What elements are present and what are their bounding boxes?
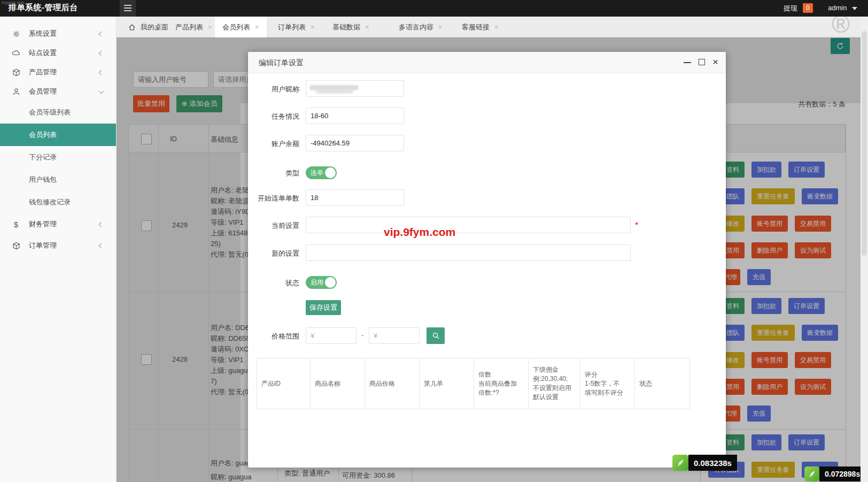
top-header-bar: mypxn.top 排单系统-管理后台 提现 0 admin	[0, 0, 868, 17]
corner-watermark: mypxn.top	[2, 0, 24, 5]
field-label: 账户余额	[248, 139, 299, 149]
chevron-left-icon	[99, 221, 104, 227]
tab-bar: 我的桌面 产品列表× 会员列表× 订单列表× 基础数据× 多语言内容× 客服链接…	[117, 17, 868, 37]
status-toggle[interactable]: 启用	[306, 276, 337, 289]
close-icon[interactable]: ×	[311, 23, 315, 31]
sidebar-item-member-management[interactable]: 会员管理	[0, 82, 116, 101]
close-icon[interactable]: ×	[438, 23, 443, 31]
sidebar-item-member-level-list[interactable]: 会员等级列表	[0, 101, 116, 124]
task-status-field[interactable]	[306, 108, 404, 124]
new-setting-field[interactable]	[306, 244, 631, 261]
sidebar-item-finance-management[interactable]: $ 财务管理	[0, 213, 116, 235]
toggle-knob	[325, 167, 336, 178]
column-header: 产品ID	[257, 358, 311, 409]
cloud-icon	[12, 49, 20, 57]
close-icon[interactable]: ×	[208, 23, 212, 31]
chevron-left-icon	[99, 70, 104, 75]
modal-header: 编辑订单设置 ×	[248, 52, 726, 73]
column-header: 商品价格	[365, 358, 420, 409]
gear-icon	[12, 29, 20, 38]
sidebar-item-system-settings[interactable]: 系统设置	[0, 24, 116, 43]
price-range-separator: -	[361, 331, 363, 339]
column-header: 状态	[635, 358, 689, 409]
close-icon[interactable]: ×	[255, 23, 259, 31]
close-icon[interactable]: ×	[365, 23, 369, 31]
sidebar-item-member-list[interactable]: 会员列表	[0, 124, 116, 146]
field-label: 状态	[248, 278, 299, 288]
sidebar-item-downscore-records[interactable]: 下分记录	[0, 146, 116, 169]
sidebar-item-label: 钱包修改记录	[29, 197, 71, 207]
sidebar-item-label: 站点设置	[29, 48, 57, 58]
close-icon[interactable]: ×	[712, 56, 718, 68]
field-label: 任务情况	[248, 112, 299, 121]
field-label: 用户昵称	[248, 85, 299, 94]
scrollbar-thumb[interactable]	[862, 31, 867, 256]
sidebar-item-label: 下分记录	[29, 152, 57, 162]
withdraw-count-badge: 0	[803, 3, 813, 13]
admin-user-menu[interactable]: admin	[828, 4, 847, 12]
sidebar-item-product-management[interactable]: 产品管理	[0, 63, 116, 82]
tab-label: 多语言内容	[399, 22, 433, 32]
tab-label: 会员列表	[222, 22, 250, 32]
minimize-icon[interactable]	[684, 62, 691, 63]
sidebar-item-label: 产品管理	[29, 67, 57, 77]
start-chain-count-field[interactable]	[306, 189, 404, 206]
field-label: 新的设置	[248, 249, 299, 258]
app-root: mypxn.top 排单系统-管理后台 提现 0 admin 我的桌面 产品列表…	[0, 0, 868, 482]
withdraw-link[interactable]: 提现	[784, 4, 797, 13]
field-label: 价格范围	[248, 332, 299, 341]
sidebar-item-label: 订单管理	[29, 241, 57, 250]
box-icon	[12, 68, 20, 76]
load-time-badge: 0.083238s	[672, 455, 737, 471]
modal-title: 编辑订单设置	[259, 58, 304, 68]
field-label: 类型	[248, 169, 299, 178]
hamburger-icon	[124, 10, 131, 11]
leaf-icon	[672, 455, 688, 471]
toggle-knob	[325, 277, 336, 288]
sidebar-item-site-settings[interactable]: 站点设置	[0, 43, 116, 63]
close-icon[interactable]: ×	[494, 23, 499, 31]
tab-customer-service[interactable]: 客服链接×	[454, 17, 506, 37]
tab-order-list[interactable]: 订单列表×	[270, 17, 322, 37]
current-setting-field[interactable]	[306, 217, 631, 233]
field-label: 开始连单单数	[248, 194, 299, 203]
search-icon	[432, 332, 440, 340]
column-header: 下级佣金 例:20,30,40; 不设置则启用 默认设置	[529, 358, 580, 409]
tab-label: 我的桌面	[141, 22, 168, 32]
sidebar-item-label: 会员管理	[29, 87, 57, 96]
price-search-button[interactable]	[427, 327, 445, 344]
tab-label: 订单列表	[278, 22, 306, 32]
product-settings-table: 产品ID 商品名称 商品价格 第几单 倍数 当前商品叠加 倍数:*? 下级佣金 …	[257, 358, 690, 409]
maximize-icon[interactable]	[699, 59, 705, 65]
sidebar-item-wallet-modify-records[interactable]: 钱包修改记录	[0, 191, 116, 213]
sidebar-item-order-management[interactable]: 订单管理	[0, 235, 116, 256]
type-toggle[interactable]: 连单	[306, 166, 337, 179]
sidebar-item-user-wallet[interactable]: 用户钱包	[0, 169, 116, 191]
tab-label: 客服链接	[462, 22, 490, 32]
column-header: 评分 1-5数字，不 填写则不评分	[580, 358, 635, 409]
field-label: 当前设置	[248, 221, 299, 231]
tab-member-list[interactable]: 会员列表×	[215, 17, 267, 37]
column-header: 商品名称	[311, 358, 365, 409]
nickname-field[interactable]	[306, 80, 404, 97]
load-time-badge: 0.072898s	[804, 466, 865, 481]
timer-text: 0.083238s	[688, 455, 737, 471]
box-icon	[12, 241, 20, 250]
toggle-label: 连单	[311, 169, 323, 177]
price-min-field[interactable]	[306, 327, 356, 344]
timer-text: 0.072898s	[819, 466, 865, 481]
tab-multilanguage[interactable]: 多语言内容×	[391, 17, 450, 37]
hamburger-icon	[124, 5, 131, 6]
price-max-field[interactable]	[369, 327, 420, 344]
site-watermark: vip.9fym.com	[384, 226, 455, 239]
chevron-down-icon	[99, 89, 104, 94]
tab-base-data[interactable]: 基础数据×	[325, 17, 377, 37]
hamburger-icon	[124, 7, 131, 9]
tab-product-list[interactable]: 产品列表×	[168, 17, 220, 37]
sidebar-item-label: 会员列表	[29, 130, 57, 140]
account-balance-field[interactable]	[306, 135, 404, 151]
chevron-left-icon	[99, 243, 104, 248]
dollar-icon: $	[12, 220, 20, 228]
menu-toggle-button[interactable]	[120, 0, 136, 17]
save-settings-button[interactable]: 保存设置	[306, 300, 341, 315]
